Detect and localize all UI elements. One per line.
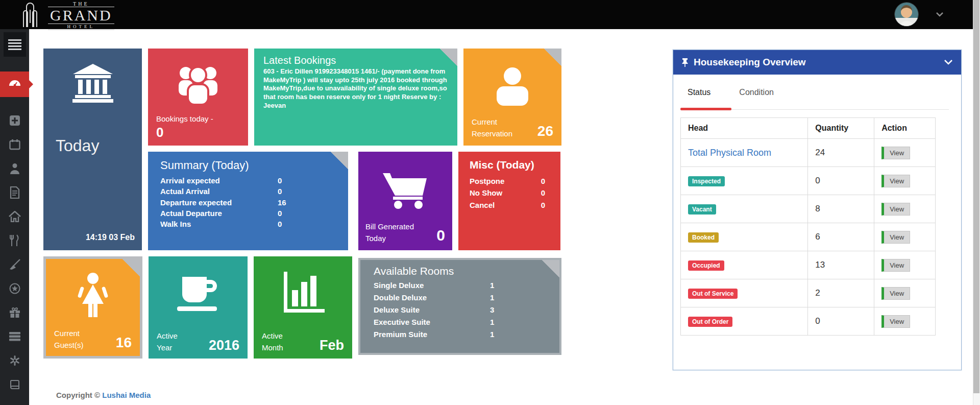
view-button[interactable]: View xyxy=(881,203,910,216)
room-count: 1 xyxy=(490,292,494,304)
sidebar-item-calendar[interactable] xyxy=(0,132,29,156)
person-icon xyxy=(463,66,561,106)
tile-available-rooms[interactable]: Available Rooms Single Deluxe1 Double De… xyxy=(358,258,561,355)
table-row: Booked 6 View xyxy=(681,223,936,251)
view-button[interactable]: View xyxy=(881,147,910,159)
month-value: Feb xyxy=(320,338,344,353)
chevron-down-icon[interactable] xyxy=(944,59,953,65)
status-badge-booked: Booked xyxy=(688,232,719,243)
brand-hotel: HOTEL xyxy=(48,24,114,30)
chevron-down-icon[interactable] xyxy=(936,11,944,17)
room-type-label: Deluxe Suite xyxy=(374,304,490,316)
view-button[interactable]: View xyxy=(881,175,910,187)
quantity-value: 2 xyxy=(808,279,874,307)
latest-bookings-title: Latest Bookings xyxy=(263,55,448,66)
sidebar-item-quality[interactable] xyxy=(0,276,29,300)
summary-title: Summary (Today) xyxy=(160,159,348,172)
tile-misc-today[interactable]: Misc (Today) Postpone0 No Show0 Cancel0 xyxy=(458,152,560,250)
table-row: Vacant 8 View xyxy=(681,195,936,223)
sidebar-item-packages[interactable] xyxy=(0,300,29,324)
sidebar-item-reports[interactable] xyxy=(0,180,29,204)
quantity-value: 6 xyxy=(808,223,874,251)
page-scrollbar[interactable] xyxy=(973,0,980,405)
sidebar-item-billing[interactable] xyxy=(0,324,29,348)
housekeeping-table: Head Quantity Action Total Physical Room… xyxy=(680,117,936,336)
brand-logo[interactable]: THE GRAND HOTEL xyxy=(19,1,114,30)
menu-toggle-button[interactable] xyxy=(4,32,26,57)
status-badge-out-of-order: Out of Order xyxy=(688,317,732,327)
bookings-today-value: 0 xyxy=(156,125,213,140)
sidebar-item-new-booking[interactable] xyxy=(0,108,29,132)
summary-row-value: 0 xyxy=(278,219,282,229)
book-icon xyxy=(9,379,20,390)
tile-bookings-today[interactable]: Bookings today - 0 xyxy=(148,49,248,146)
sidebar-item-dashboard[interactable] xyxy=(0,72,29,97)
tab-status[interactable]: Status xyxy=(688,88,710,104)
tab-condition[interactable]: Condition xyxy=(739,88,774,104)
bill-label-2: Today xyxy=(365,233,414,245)
brand-text: THE GRAND HOTEL xyxy=(48,1,114,30)
tile-active-year[interactable]: Active Year 2016 xyxy=(149,256,248,359)
tile-summary-today[interactable]: Summary (Today) Arrival expected0 Actual… xyxy=(148,152,348,250)
housekeeping-panel-header[interactable]: Housekeeping Overview xyxy=(673,50,961,75)
reservation-label-2: Reservation xyxy=(472,128,512,140)
tile-current-guests[interactable]: Current Guest(s) 16 xyxy=(43,256,142,359)
year-label-1: Active xyxy=(157,330,178,342)
summary-row-value: 0 xyxy=(278,175,282,186)
misc-title: Misc (Today) xyxy=(470,159,545,171)
reservation-label-1: Current xyxy=(472,116,512,128)
users-group-icon xyxy=(148,62,248,105)
room-type-label: Single Deluxe xyxy=(374,279,490,292)
summary-row-value: 16 xyxy=(278,197,286,208)
sidebar-item-logs[interactable] xyxy=(0,372,29,396)
tile-bill-generated[interactable]: Bill Generated Today 0 xyxy=(358,152,452,250)
scrollbar-thumb[interactable] xyxy=(973,0,979,393)
total-physical-room-link[interactable]: Total Physical Room xyxy=(688,148,771,158)
month-label-2: Month xyxy=(262,342,283,354)
user-avatar[interactable] xyxy=(894,2,919,27)
sidebar-item-housekeeping[interactable] xyxy=(0,252,29,276)
month-label-1: Active xyxy=(262,330,283,342)
view-button[interactable]: View xyxy=(881,287,910,300)
sidebar-item-settings[interactable] xyxy=(0,348,29,372)
quantity-value: 24 xyxy=(808,139,874,167)
today-title: Today xyxy=(43,103,142,155)
tile-latest-bookings[interactable]: Latest Bookings 603 - Eric Dillen 919923… xyxy=(254,49,457,146)
today-time: 14:19 03 Feb xyxy=(86,233,135,242)
user-photo-icon xyxy=(895,3,918,26)
view-button[interactable]: View xyxy=(881,315,910,328)
view-button[interactable]: View xyxy=(881,231,910,244)
footer-copyright: Copyright © Lushai Media xyxy=(56,391,151,399)
hotel-dashboard-page: THE GRAND HOTEL xyxy=(0,0,980,405)
copyright-text: Copyright © xyxy=(56,391,100,399)
dashboard-icon xyxy=(8,79,21,90)
table-row: Out of Service 2 View xyxy=(681,279,936,307)
sidebar-item-rooms[interactable] xyxy=(0,204,29,228)
room-count: 3 xyxy=(490,304,494,316)
room-count: 1 xyxy=(490,316,494,328)
view-button[interactable]: View xyxy=(881,259,910,272)
summary-row-label: Walk Ins xyxy=(160,219,278,229)
housekeeping-title: Housekeeping Overview xyxy=(694,57,806,68)
tile-active-month[interactable]: Active Month Feb xyxy=(254,256,352,359)
status-badge-inspected: Inspected xyxy=(688,176,725,186)
tile-current-reservation[interactable]: Current Reservation 26 xyxy=(463,49,561,146)
menu-icon xyxy=(8,39,21,50)
list-stack-icon xyxy=(9,331,21,342)
home-icon xyxy=(9,211,21,222)
housekeeping-tabs: Status Condition xyxy=(673,75,961,104)
sidebar-item-guests[interactable] xyxy=(0,156,29,180)
room-count: 1 xyxy=(490,279,494,292)
bill-value: 0 xyxy=(436,227,445,244)
column-header-action: Action xyxy=(874,118,936,139)
misc-row-value: 0 xyxy=(541,199,545,211)
tile-today[interactable]: Today 14:19 03 Feb xyxy=(43,49,142,250)
sidebar-item-restaurant[interactable] xyxy=(0,228,29,252)
column-header-quantity: Quantity xyxy=(808,118,874,139)
sidebar-nav xyxy=(0,29,29,405)
bookings-today-label: Bookings today - xyxy=(156,113,213,125)
room-type-label: Executive Suite xyxy=(374,316,490,328)
lushai-media-link[interactable]: Lushai Media xyxy=(102,391,151,399)
summary-row-label: Actual Departure xyxy=(160,208,278,219)
badge-star-icon xyxy=(9,283,20,294)
